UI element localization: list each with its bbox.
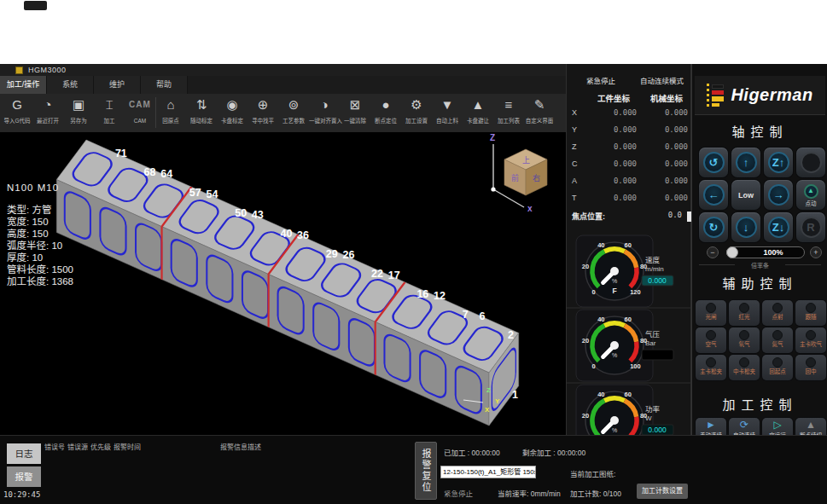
toolbar-item-label: 另存为 (63, 118, 94, 125)
jog-disabled-button-1[interactable] (796, 148, 825, 177)
aux-button-0[interactable]: 光闸 (696, 300, 726, 326)
aux-button-8[interactable]: 主卡松夹 (696, 355, 726, 380)
jog-disabled-button-2[interactable]: R (796, 212, 825, 242)
aux-button-9[interactable]: 中卡松夹 (729, 355, 760, 380)
toolbar-item-1[interactable]: ◔最近打开 (32, 96, 63, 131)
axis-work-value: 0.000 (614, 125, 637, 134)
aux-button-2[interactable]: 点射 (762, 300, 793, 326)
axis-machine-value: 0.000 (665, 177, 688, 185)
gauge-speed: 020406080120%F速度m/min0.000 (576, 235, 673, 307)
toolbar-item-3[interactable]: ⌶加工 (94, 96, 125, 131)
jog-left-button[interactable]: ← (699, 180, 728, 210)
toolbar-item-16[interactable]: ≡加工列表 (493, 96, 524, 131)
jog-step-button[interactable]: ▲点动 (796, 180, 825, 210)
toolbar-item-15[interactable]: ▲卡盘避让 (463, 96, 493, 131)
aux-button-6[interactable]: 氮气 (762, 327, 793, 353)
menu-tab-2[interactable]: 维护 (94, 76, 141, 94)
svg-text:20: 20 (582, 263, 589, 270)
aux-button-1[interactable]: 红光 (729, 300, 760, 326)
menu-tab-0[interactable]: 加工/操作 (0, 76, 47, 94)
svg-text:20: 20 (582, 337, 589, 345)
toolbar-item-label: 卡盘避让 (463, 118, 493, 125)
jog-z-minus-button[interactable]: Z↓ (764, 212, 793, 242)
floppy-icon: ▣ (63, 96, 94, 114)
toolbar-item-10[interactable]: ◑一键对齐置入 (309, 96, 340, 131)
jog-down-button[interactable]: ↓ (731, 212, 760, 242)
toolbar-item-9[interactable]: ⊚工艺参数 (278, 96, 309, 131)
rate-slider-knob[interactable] (726, 246, 738, 258)
svg-text:1: 1 (512, 389, 518, 401)
svg-text:Y: Y (495, 397, 500, 405)
orientation-cube[interactable]: Zx上前右 (490, 133, 547, 213)
focus-position-value: 0.0 (668, 211, 682, 219)
svg-text:26: 26 (343, 249, 355, 261)
aux-button-label: 氧气 (739, 341, 750, 348)
toolbar-item-6[interactable]: ⇅随动标定 (186, 96, 217, 131)
jog-rotate-cw-button[interactable]: ↻ (699, 212, 728, 242)
aux-button-7[interactable]: 主卡吹气 (795, 327, 826, 353)
jog-z-plus-button[interactable]: Z↑ (764, 148, 793, 177)
rate-increase-button[interactable]: + (810, 246, 822, 258)
toolbar-item-17[interactable]: ✎自定义界面 (524, 96, 555, 131)
tab-alarm[interactable]: 报警 (7, 466, 41, 487)
aux-button-3[interactable]: 跟随 (795, 300, 826, 326)
aux-button-label: 点射 (772, 314, 783, 321)
jog-arrow-icon: Z↓ (768, 217, 789, 238)
aux-button-5[interactable]: 氧气 (729, 327, 760, 353)
jog-right-button[interactable]: → (764, 180, 793, 210)
toolbar-separator (155, 97, 156, 128)
svg-text:50: 50 (235, 207, 247, 219)
jog-arrow-icon: Z↑ (768, 152, 789, 173)
toolbar-item-5[interactable]: ⌂回原点 (155, 96, 186, 131)
chuck-calibrate-icon: ◉ (217, 96, 248, 114)
aux-button-11[interactable]: 回中 (795, 355, 826, 380)
clear-x-icon: ⊠ (340, 96, 370, 114)
count-settings-button[interactable]: 加工计数设置 (637, 484, 688, 499)
list-icon: ≡ (493, 96, 524, 114)
machine-head-icon: ⌶ (94, 96, 125, 114)
svg-text:64: 64 (160, 168, 172, 180)
toolbar-item-11[interactable]: ⊠一键清除 (340, 96, 370, 131)
work-coord-header: 工件坐标 (597, 92, 630, 104)
rate-slider[interactable]: 100% (726, 246, 805, 258)
toolbar-item-12[interactable]: ●断点定位 (370, 96, 401, 131)
jog-arrow-icon: ↓ (736, 217, 757, 238)
tube-3d-render[interactable]: 7168645754504340362926221716127621ZYXZx上… (0, 132, 566, 435)
toolbar-item-7[interactable]: ◉卡盘标定 (217, 96, 248, 131)
toolbar-item-0[interactable]: G导入G代码 (2, 96, 32, 131)
svg-text:17: 17 (388, 269, 400, 281)
tube-parameter: 管料长度: 1500 (7, 264, 73, 275)
menu-tab-3[interactable]: 帮助 (141, 76, 188, 94)
indicator-lamp-icon (739, 303, 749, 313)
viewport-3d[interactable]: 7168645754504340362926221716127621ZYXZx上… (0, 132, 566, 435)
tab-log[interactable]: 日志 (7, 443, 41, 464)
machined-time: 已加工 : 00:00:00 (444, 447, 500, 457)
toolbar-item-label: 随动标定 (186, 118, 217, 125)
axis-work-value: 0.000 (614, 108, 637, 117)
toolbar-item-8[interactable]: ⊕寻中找平 (248, 96, 278, 131)
toolbar-item-4[interactable]: CAMCAM (125, 96, 155, 131)
toolbar-item-13[interactable]: ⚙加工设置 (401, 96, 432, 131)
svg-text:12: 12 (434, 290, 446, 302)
tube-parameter: 加工长度: 1368 (7, 275, 73, 287)
alarm-reset-button[interactable]: 报警复位 (415, 442, 437, 500)
current-file-field[interactable]: 12-150-150(t)_A1_矩形管 150x15 (440, 466, 536, 478)
jog-arrow-icon: ↑ (736, 152, 757, 173)
toolbar-item-14[interactable]: ▼自动上料 (432, 96, 463, 131)
recent-pie-icon: ◔ (32, 96, 63, 114)
brand-name: Higerman (731, 85, 812, 105)
jog-up-button[interactable]: ↑ (731, 148, 760, 177)
aux-button-10[interactable]: 回起点 (762, 355, 793, 380)
toolbar-item-2[interactable]: ▣另存为 (63, 96, 94, 131)
jog-rotate-ccw-button[interactable]: ↺ (699, 148, 728, 177)
aux-button-4[interactable]: 空气 (696, 327, 726, 353)
svg-text:前: 前 (511, 173, 519, 182)
svg-text:速度: 速度 (645, 256, 661, 264)
tube-parameter: 高度: 150 (7, 228, 73, 240)
toolbar-item-label: 导入G代码 (2, 118, 32, 125)
menu-tab-1[interactable]: 系统 (47, 76, 94, 94)
jog-low-button[interactable]: Low (731, 180, 760, 210)
rate-decrease-button[interactable]: − (707, 246, 719, 258)
svg-text:68: 68 (144, 166, 156, 178)
window-title: HGM3000 (28, 66, 67, 74)
